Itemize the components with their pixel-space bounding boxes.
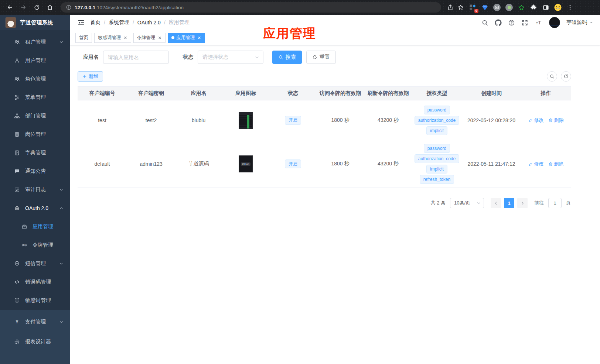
sidebar-menu: 租户管理 用户管理 角色管理 菜单管理 部门管理 岗位管理: [0, 30, 70, 310]
prev-page-button[interactable]: [491, 198, 501, 208]
breadcrumb-oauth2[interactable]: OAuth 2.0: [137, 20, 161, 25]
search-button[interactable]: 搜索: [272, 51, 302, 64]
sidebar-item-dict[interactable]: 字典管理: [0, 144, 70, 162]
goto-page-input[interactable]: [548, 198, 562, 208]
sidebar-item-oauth2[interactable]: OAuth 2.0: [0, 199, 70, 217]
close-icon[interactable]: [123, 36, 127, 40]
app-name-input[interactable]: [103, 51, 169, 64]
sidebar-item-oauth2-token[interactable]: 令牌管理: [0, 236, 70, 254]
status-select[interactable]: 请选择状态: [198, 51, 263, 64]
close-icon[interactable]: [158, 36, 162, 40]
tab-sensitive-word[interactable]: 敏感词管理: [94, 33, 131, 43]
extension-puzzle-icon[interactable]: [529, 3, 538, 12]
tab-label: 首页: [79, 35, 88, 41]
grant-tag: password: [424, 144, 450, 153]
user-menu[interactable]: 芋道源码: [566, 19, 593, 26]
sidebar-item-error-code[interactable]: 错误码管理: [0, 273, 70, 291]
extension-gem-icon[interactable]: [480, 3, 490, 12]
col-client-id: 客户端编号: [78, 87, 127, 100]
chevron-down-icon: [59, 320, 64, 324]
breadcrumb-separator: /: [164, 20, 166, 25]
col-access-ttl: 访问令牌的有效期: [316, 87, 364, 100]
search-icon: [278, 55, 283, 60]
side-panel-icon[interactable]: [541, 3, 550, 12]
cell-client-id: default: [78, 140, 127, 188]
url-text: 127.0.0.1:1024/system/oauth2/oauth2/appl…: [75, 5, 184, 10]
share-button[interactable]: [446, 3, 455, 12]
sidebar-item-menu[interactable]: 菜单管理: [0, 88, 70, 107]
profile-avatar-icon[interactable]: [553, 3, 563, 12]
sidebar-item-label: 角色管理: [25, 76, 46, 82]
sidebar-item-sms[interactable]: 短信管理: [0, 254, 70, 273]
app-logo-bar[interactable]: 芋道管理系统: [0, 15, 70, 30]
extension-command-icon[interactable]: [492, 3, 502, 12]
sidebar-item-audit-log[interactable]: 审计日志: [0, 181, 70, 199]
col-refresh-ttl: 刷新令牌的有效期: [364, 87, 412, 100]
cell-app-name: biubiu: [175, 100, 222, 140]
github-icon[interactable]: [495, 19, 502, 26]
sidebar-item-notice[interactable]: 通知公告: [0, 162, 70, 181]
page-size-select[interactable]: 10条/页: [450, 198, 484, 208]
sidebar-item-sensitive-word[interactable]: 敏感词管理: [0, 291, 70, 310]
address-bar[interactable]: 127.0.0.1:1024/system/oauth2/oauth2/appl…: [61, 2, 441, 13]
page-number-1[interactable]: 1: [504, 198, 514, 208]
sidebar-collapse-icon[interactable]: [75, 17, 86, 28]
sidebar-item-user[interactable]: 用户管理: [0, 51, 70, 70]
search-icon[interactable]: [481, 19, 488, 26]
sidebar-item-label: 字典管理: [25, 150, 46, 156]
extension-badge: 9: [474, 9, 478, 13]
edit-button[interactable]: 修改: [528, 117, 544, 124]
edit-button[interactable]: 修改: [528, 161, 544, 167]
chevron-left-icon: [494, 201, 498, 206]
browser-reload-button[interactable]: [30, 1, 43, 14]
font-size-icon[interactable]: [535, 19, 543, 26]
cell-refresh-ttl: 43200 秒: [364, 140, 412, 188]
delete-button[interactable]: 删除: [548, 161, 564, 167]
col-created: 创建时间: [462, 87, 521, 100]
close-icon[interactable]: [197, 36, 201, 40]
sidebar-item-post[interactable]: 岗位管理: [0, 125, 70, 144]
breadcrumb-home[interactable]: 首页: [90, 19, 100, 26]
user-avatar[interactable]: [549, 17, 560, 28]
tab-token[interactable]: 令牌管理: [133, 33, 166, 43]
extension-record-icon[interactable]: [504, 3, 514, 12]
show-search-toggle-button[interactable]: [547, 71, 557, 82]
browser-home-button[interactable]: [44, 1, 56, 14]
active-tab-dot: [171, 36, 174, 39]
sidebar-item-tenant[interactable]: 租户管理: [0, 33, 70, 51]
briefcase-icon: [21, 224, 27, 230]
sidebar-item-label: OAuth 2.0: [25, 205, 48, 211]
refresh-table-button[interactable]: [561, 71, 571, 82]
col-status: 状态: [270, 87, 316, 100]
site-info-icon[interactable]: [66, 4, 72, 10]
app-icon-image: [239, 112, 253, 129]
breadcrumb-current: 应用管理: [169, 19, 190, 26]
browser-back-button[interactable]: [4, 1, 16, 14]
cell-refresh-ttl: 43200 秒: [364, 100, 412, 140]
breadcrumb-system[interactable]: 系统管理: [109, 19, 129, 26]
sidebar-item-role[interactable]: 角色管理: [0, 70, 70, 88]
next-page-button[interactable]: [517, 198, 528, 208]
delete-button[interactable]: 删除: [548, 117, 564, 124]
sidebar-item-oauth2-application[interactable]: 应用管理: [0, 217, 70, 236]
app-header: 首页 / 系统管理 / OAuth 2.0 / 应用管理 芋道源码: [70, 15, 600, 30]
bookmark-star-button[interactable]: [456, 3, 466, 12]
tab-application[interactable]: 应用管理: [168, 33, 205, 43]
add-button[interactable]: 新增: [78, 71, 103, 82]
reset-button[interactable]: 重置: [306, 51, 336, 64]
extension-star-icon[interactable]: [517, 3, 526, 12]
sidebar-item-payment[interactable]: 支付管理: [0, 312, 70, 332]
tab-home[interactable]: 首页: [75, 33, 92, 43]
status-select-placeholder: 请选择状态: [202, 54, 255, 61]
extension-grid-icon[interactable]: 9: [468, 3, 477, 12]
sidebar-item-label: 部门管理: [25, 113, 46, 119]
sidebar-item-report-designer[interactable]: 报表设计器: [0, 332, 70, 352]
fullscreen-icon[interactable]: [521, 19, 528, 26]
browser-forward-button[interactable]: [17, 1, 30, 14]
sidebar-item-dept[interactable]: 部门管理: [0, 107, 70, 125]
browser-menu-icon[interactable]: [565, 3, 575, 12]
help-icon[interactable]: [508, 19, 515, 26]
page-size-value: 10条/页: [454, 200, 477, 206]
username: 芋道源码: [566, 19, 587, 26]
status-label: 状态: [183, 54, 193, 61]
